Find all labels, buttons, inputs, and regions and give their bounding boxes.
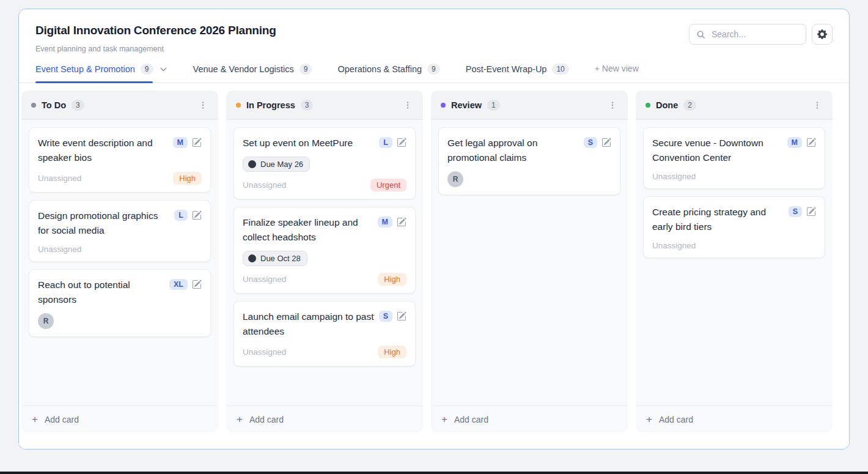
tab[interactable]: Event Setup & Promotion 9: [35, 64, 167, 83]
tab[interactable]: Venue & Vendor Logistics 9: [193, 64, 312, 83]
task-card[interactable]: Design promotional graphics for social m…: [29, 200, 211, 262]
card-meta: Unassigned High: [243, 273, 406, 286]
edit-icon: [397, 217, 406, 227]
tab[interactable]: Post-Event Wrap-Up 10: [466, 64, 569, 83]
card-top: Get legal approval on promotional claims…: [447, 136, 611, 165]
add-card-button[interactable]: + Add card: [21, 405, 218, 432]
edit-icon: [192, 210, 202, 220]
column-menu-button[interactable]: [812, 100, 823, 111]
size-badge: S: [789, 206, 802, 217]
assignee-label: Unassigned: [38, 174, 81, 183]
add-card-label: Add card: [249, 415, 284, 424]
priority-badge: High: [378, 346, 406, 358]
size-badge: S: [379, 311, 392, 322]
card-meta: Unassigned: [652, 241, 816, 250]
tab-count-badge: 10: [552, 64, 568, 75]
add-card-button[interactable]: + Add card: [431, 405, 628, 432]
column-title: In Progress: [246, 100, 295, 110]
edit-card-button[interactable]: [192, 280, 202, 289]
due-date-badge: Due May 26: [243, 157, 310, 172]
tab[interactable]: Operations & Staffing 9: [337, 64, 440, 83]
edit-icon: [192, 138, 202, 147]
edit-icon: [192, 280, 202, 289]
card-top: Finalize speaker lineup and collect head…: [243, 215, 406, 245]
task-card[interactable]: Get legal approval on promotional claims…: [438, 127, 620, 195]
header: Digital Innovation Conference 2026 Plann…: [19, 9, 849, 53]
column-status-dot: [441, 103, 446, 108]
tab-label: Venue & Vendor Logistics: [193, 64, 294, 74]
card-actions: L: [174, 209, 202, 221]
column-title: To Do: [42, 100, 66, 110]
add-card-button[interactable]: + Add card: [636, 405, 833, 432]
edit-card-button[interactable]: [192, 138, 202, 147]
tab-label: Operations & Staffing: [337, 64, 422, 74]
column-status-dot: [236, 103, 241, 108]
search-input[interactable]: [710, 29, 799, 40]
column-menu-button[interactable]: [197, 100, 208, 111]
column-count-badge: 2: [683, 100, 696, 111]
size-badge: M: [378, 217, 392, 228]
edit-card-button[interactable]: [397, 138, 406, 147]
column-menu-button[interactable]: [402, 100, 413, 111]
new-view-button[interactable]: + New view: [595, 64, 639, 83]
add-card-label: Add card: [45, 415, 79, 424]
card-title: Get legal approval on promotional claims: [447, 136, 579, 165]
edit-card-button[interactable]: [601, 138, 611, 147]
column-status-dot: [645, 103, 650, 108]
plus-icon: +: [237, 414, 243, 424]
edit-card-button[interactable]: [192, 210, 202, 220]
task-card[interactable]: Write event description and speaker bios…: [29, 127, 211, 193]
search-box[interactable]: [689, 24, 806, 45]
card-title: Secure venue - Downtown Convention Cente…: [652, 136, 782, 165]
card-title: Create pricing strategy and early bird t…: [652, 205, 784, 234]
avatar: R: [38, 313, 54, 329]
size-badge: L: [379, 137, 392, 148]
column-body: Get legal approval on promotional claims…: [431, 120, 628, 405]
task-card[interactable]: Create pricing strategy and early bird t…: [643, 196, 825, 258]
card-actions: M: [787, 136, 816, 148]
edit-card-button[interactable]: [806, 207, 816, 217]
card-title: Finalize speaker lineup and collect head…: [243, 215, 373, 245]
column-body: Secure venue - Downtown Convention Cente…: [636, 120, 833, 405]
board-column: Done 2 Secure venue - Downtown Conventio…: [636, 91, 833, 432]
card-top: Design promotional graphics for social m…: [38, 209, 202, 238]
clock-icon: [248, 254, 256, 262]
tab-bar: Event Setup & Promotion 9 Venue & Vendor…: [19, 53, 849, 83]
column-title: Review: [451, 100, 482, 110]
card-meta: Unassigned: [38, 245, 202, 254]
due-date-badge: Due Oct 28: [243, 251, 307, 266]
board-column: In Progress 3 Set up event on MeetPure L: [226, 91, 423, 432]
edit-card-button[interactable]: [397, 311, 406, 321]
assignee-label: Unassigned: [652, 241, 696, 250]
due-date-label: Due May 26: [260, 160, 303, 169]
card-top: Launch email campaign to past attendees …: [243, 309, 406, 339]
task-card[interactable]: Finalize speaker lineup and collect head…: [234, 207, 416, 294]
board-panel: Digital Innovation Conference 2026 Plann…: [18, 9, 850, 450]
task-card[interactable]: Launch email campaign to past attendees …: [234, 301, 416, 366]
assignee-label: Unassigned: [652, 172, 696, 181]
task-card[interactable]: Reach out to potential sponsors XL R: [29, 269, 211, 337]
board-column: Review 1 Get legal approval on promotion…: [431, 91, 628, 432]
edit-card-button[interactable]: [806, 138, 816, 147]
task-card[interactable]: Set up event on MeetPure L Due May 26 Un…: [234, 127, 416, 199]
card-top: Reach out to potential sponsors XL: [38, 278, 202, 307]
edit-icon: [806, 207, 816, 217]
size-badge: L: [174, 210, 188, 221]
chevron-down-icon[interactable]: [160, 65, 167, 73]
card-title: Reach out to potential sponsors: [38, 278, 164, 307]
header-titles: Digital Innovation Conference 2026 Plann…: [35, 24, 276, 53]
column-menu-button[interactable]: [607, 100, 618, 111]
assignee-label: Unassigned: [243, 275, 286, 284]
card-title: Design promotional graphics for social m…: [38, 209, 169, 238]
size-badge: S: [584, 137, 597, 148]
card-top: Write event description and speaker bios…: [38, 136, 202, 165]
edit-card-button[interactable]: [397, 217, 406, 227]
settings-button[interactable]: [812, 24, 833, 45]
size-badge: M: [173, 137, 188, 148]
card-meta: Unassigned High: [38, 172, 202, 185]
column-header: To Do 3: [21, 91, 218, 120]
task-card[interactable]: Secure venue - Downtown Convention Cente…: [643, 127, 825, 189]
add-card-button[interactable]: + Add card: [226, 405, 423, 432]
column-count-badge: 3: [301, 100, 314, 111]
card-title: Set up event on MeetPure: [243, 136, 374, 150]
